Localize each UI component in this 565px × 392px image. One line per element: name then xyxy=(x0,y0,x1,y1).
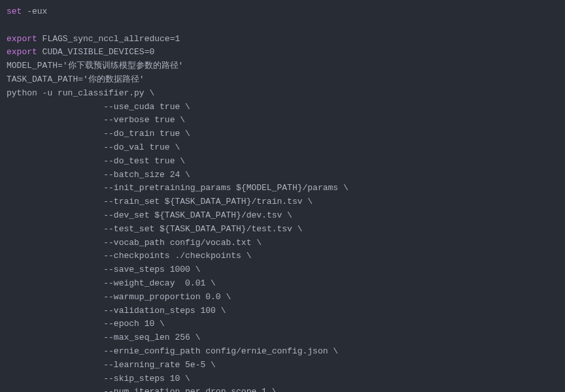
code-line: --vocab_path config/vocab.txt \ xyxy=(7,237,558,250)
code-line: --ernie_config_path config/ernie_config.… xyxy=(7,345,558,359)
code-segment: --init_pretraining_params xyxy=(7,183,236,193)
code-segment: ${TASK_DATA_PATH} xyxy=(160,224,247,234)
code-line: --max_seq_len 256 \ xyxy=(7,331,558,345)
code-line: --learning_rate 5e-5 \ xyxy=(7,359,558,372)
code-segment: --batch_size 24 \ xyxy=(7,170,190,180)
code-line: --test_set ${TASK_DATA_PATH}/test.tsv \ xyxy=(7,223,558,237)
code-segment: --use_cuda true \ xyxy=(7,102,190,112)
code-segment: --do_val true \ xyxy=(7,142,180,152)
code-line: --batch_size 24 \ xyxy=(7,169,558,182)
code-segment: --checkpoints ./checkpoints \ xyxy=(7,251,251,261)
code-line: --use_cuda true \ xyxy=(7,101,558,114)
code-segment: ${MODEL_PATH} xyxy=(236,183,302,193)
code-line: --epoch 10 \ xyxy=(7,318,558,331)
code-segment: CUDA_VISIBLE_DEVICES=0 xyxy=(37,47,154,57)
code-segment: --do_train true \ xyxy=(7,129,190,139)
code-segment: ${TASK_DATA_PATH} xyxy=(165,197,252,206)
code-line: set -eux xyxy=(7,5,558,19)
code-segment: --do_test true \ xyxy=(7,156,185,166)
code-segment: --vocab_path config/vocab.txt \ xyxy=(7,238,262,248)
code-segment: --learning_rate 5e-5 \ xyxy=(7,360,216,370)
code-line: --warmup_proportion 0.0 \ xyxy=(7,291,558,304)
code-segment: /params \ xyxy=(302,183,348,193)
code-segment: --dev_set xyxy=(7,210,154,220)
code-line: --skip_steps 10 \ xyxy=(7,372,558,386)
code-segment: TASK_DATA_PATH='你的数据路径' xyxy=(7,74,145,84)
code-line: --num_iteration_per_drop_scope 1 \ xyxy=(7,385,558,392)
code-segment: --num_iteration_per_drop_scope 1 \ xyxy=(7,387,277,392)
code-line: --do_test true \ xyxy=(7,155,558,169)
code-segment: --weight_decay 0.01 \ xyxy=(7,278,216,288)
code-segment: set xyxy=(7,7,22,16)
code-segment: export xyxy=(7,47,37,57)
code-segment: --skip_steps 10 \ xyxy=(7,374,190,384)
code-line: TASK_DATA_PATH='你的数据路径' xyxy=(7,73,558,87)
code-line: --do_train true \ xyxy=(7,127,558,141)
code-segment: --epoch 10 \ xyxy=(7,319,165,329)
code-line: --weight_decay 0.01 \ xyxy=(7,277,558,291)
code-block[interactable]: set -eux export FLAGS_sync_nccl_allreduc… xyxy=(7,5,558,392)
code-segment: --ernie_config_path config/ernie_config.… xyxy=(7,346,338,356)
code-line: --train_set ${TASK_DATA_PATH}/train.tsv … xyxy=(7,195,558,209)
code-segment: export xyxy=(7,34,37,44)
code-line: --validation_steps 100 \ xyxy=(7,304,558,318)
code-segment: --train_set xyxy=(7,197,165,206)
code-line: MODEL_PATH='你下载预训练模型参数的路径' xyxy=(7,59,558,73)
code-segment: --warmup_proportion 0.0 \ xyxy=(7,292,231,302)
code-segment: python -u run_classifier.py \ xyxy=(7,88,154,98)
code-line: --do_val true \ xyxy=(7,141,558,155)
code-segment: --validation_steps 100 \ xyxy=(7,306,226,316)
code-segment: -eux xyxy=(22,7,47,16)
code-line: --save_steps 1000 \ xyxy=(7,263,558,277)
code-segment: /dev.tsv \ xyxy=(241,210,292,220)
code-line: python -u run_classifier.py \ xyxy=(7,87,558,101)
code-segment: --test_set xyxy=(7,224,160,234)
code-segment: /test.tsv \ xyxy=(247,224,303,234)
code-line: --init_pretraining_params ${MODEL_PATH}/… xyxy=(7,182,558,195)
code-line xyxy=(7,19,558,33)
code-segment: FLAGS_sync_nccl_allreduce=1 xyxy=(37,34,180,44)
code-segment: --verbose true \ xyxy=(7,115,185,125)
code-line: --dev_set ${TASK_DATA_PATH}/dev.tsv \ xyxy=(7,209,558,223)
code-segment: MODEL_PATH='你下载预训练模型参数的路径' xyxy=(7,61,183,71)
code-segment: --save_steps 1000 \ xyxy=(7,265,200,274)
code-segment: /train.tsv \ xyxy=(251,197,313,206)
code-line: export FLAGS_sync_nccl_allreduce=1 xyxy=(7,33,558,46)
code-segment: --max_seq_len 256 \ xyxy=(7,333,200,342)
code-line: --checkpoints ./checkpoints \ xyxy=(7,250,558,263)
code-line: --verbose true \ xyxy=(7,114,558,127)
code-segment: ${TASK_DATA_PATH} xyxy=(154,210,241,220)
code-line: export CUDA_VISIBLE_DEVICES=0 xyxy=(7,46,558,59)
